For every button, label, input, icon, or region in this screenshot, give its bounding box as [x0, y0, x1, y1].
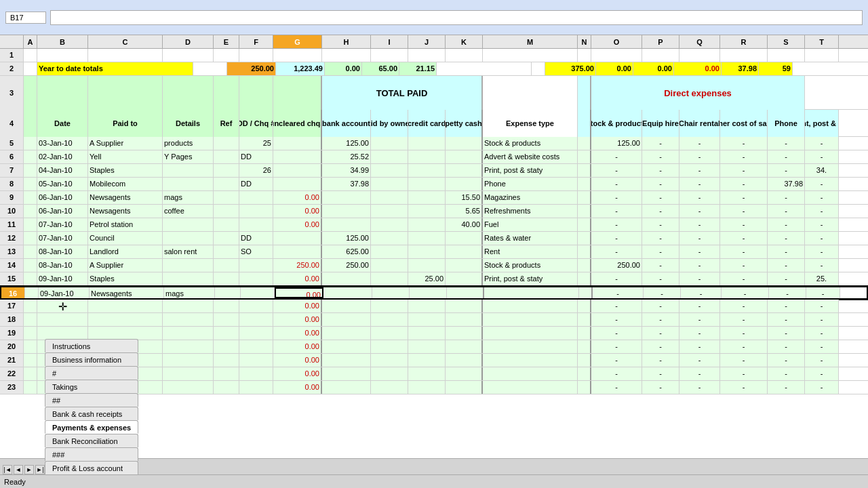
cell-p5[interactable]: -: [642, 137, 679, 150]
cell-m14[interactable]: Stock & products: [483, 259, 578, 272]
cell-e10[interactable]: [214, 205, 239, 218]
cell-i20[interactable]: [371, 340, 408, 353]
cell-j16[interactable]: [410, 287, 447, 298]
cell-a9[interactable]: [24, 191, 37, 204]
cell-n11[interactable]: [578, 218, 591, 231]
cell-n14[interactable]: [578, 259, 591, 272]
col-header-n[interactable]: N: [578, 35, 591, 48]
cell-i16[interactable]: [372, 287, 410, 298]
cell-i2[interactable]: 0.00: [325, 62, 362, 75]
cell-m23[interactable]: [483, 381, 578, 394]
cell-s16[interactable]: -: [769, 287, 806, 298]
cell-m18[interactable]: [483, 313, 578, 326]
cell-e19[interactable]: [214, 327, 239, 340]
cell-f22[interactable]: [239, 367, 273, 380]
cell-k9[interactable]: 15.50: [446, 191, 483, 204]
cell-b6[interactable]: 02-Jan-10: [37, 150, 88, 163]
cell-f10[interactable]: [239, 205, 273, 218]
cell-f3[interactable]: [239, 76, 273, 110]
cell-h10[interactable]: [322, 205, 371, 218]
cell-h19[interactable]: [322, 327, 371, 340]
cell-o22[interactable]: -: [591, 367, 642, 380]
col-header-k[interactable]: K: [446, 35, 483, 48]
cell-n21[interactable]: [578, 354, 591, 367]
cell-c3[interactable]: [88, 76, 163, 110]
cell-s20[interactable]: -: [768, 340, 805, 353]
cell-s4[interactable]: Phone: [768, 110, 805, 137]
cell-a18[interactable]: [24, 313, 37, 326]
cell-m1[interactable]: [483, 49, 578, 62]
col-header-s[interactable]: S: [768, 35, 805, 48]
cell-k17[interactable]: [446, 300, 483, 312]
cell-e14[interactable]: [214, 259, 239, 272]
cell-h22[interactable]: [322, 367, 371, 380]
cell-j7[interactable]: [408, 164, 446, 177]
cell-d7[interactable]: [163, 164, 214, 177]
cell-i13[interactable]: [371, 245, 408, 258]
cell-e1[interactable]: [214, 49, 239, 62]
cell-f23[interactable]: [239, 381, 273, 394]
cell-o1[interactable]: [591, 49, 642, 62]
col-header-f[interactable]: F: [239, 35, 273, 48]
cell-t14[interactable]: -: [805, 259, 839, 272]
cell-s23[interactable]: -: [768, 381, 805, 394]
col-header-i[interactable]: I: [371, 35, 408, 48]
cell-s22[interactable]: -: [768, 367, 805, 380]
cell-p8[interactable]: -: [642, 178, 679, 190]
cell-f21[interactable]: [239, 354, 273, 367]
cell-n2[interactable]: [532, 62, 545, 75]
cell-m9[interactable]: Magazines: [483, 191, 578, 204]
cell-b1[interactable]: [37, 49, 88, 62]
cell-m19[interactable]: [483, 327, 578, 340]
cell-s5[interactable]: -: [768, 137, 805, 150]
cell-e4[interactable]: Ref: [214, 110, 239, 137]
tab-bank---cash-receipts[interactable]: Bank & cash receipts: [45, 407, 138, 420]
cell-a11[interactable]: [24, 218, 37, 231]
cell-i1[interactable]: [371, 49, 408, 62]
cell-f6[interactable]: DD: [239, 150, 273, 163]
cell-e15[interactable]: [214, 272, 239, 285]
cell-k22[interactable]: [446, 367, 483, 380]
cell-h12[interactable]: 125.00: [322, 232, 371, 245]
cell-m2[interactable]: [437, 62, 532, 75]
cell-b4[interactable]: Date: [37, 110, 88, 137]
tab-profit---loss-account[interactable]: Profit & Loss account: [45, 461, 138, 474]
cell-h23[interactable]: [322, 381, 371, 394]
cell-m20[interactable]: [483, 340, 578, 353]
cell-f15[interactable]: [239, 272, 273, 285]
cell-g20[interactable]: 0.00: [273, 340, 322, 353]
cell-h11[interactable]: [322, 218, 371, 231]
cell-k10[interactable]: 5.65: [446, 205, 483, 218]
cell-e23[interactable]: [214, 381, 239, 394]
cell-q1[interactable]: [679, 49, 720, 62]
cell-k5[interactable]: [446, 137, 483, 150]
cell-i19[interactable]: [371, 327, 408, 340]
tab---[interactable]: ##: [45, 393, 138, 407]
cell-f4[interactable]: DD / Chq #: [239, 110, 273, 137]
cell-p2[interactable]: 0.00: [596, 62, 633, 75]
cell-g8[interactable]: [273, 178, 322, 190]
cell-c14[interactable]: A Supplier: [88, 259, 163, 272]
tab-instructions[interactable]: Instructions: [45, 339, 138, 352]
cell-k6[interactable]: [446, 150, 483, 163]
cell-o16[interactable]: -: [593, 287, 644, 298]
next-sheet-button[interactable]: ►: [24, 465, 34, 474]
cell-d12[interactable]: [163, 232, 214, 245]
cell-s13[interactable]: -: [768, 245, 805, 258]
cell-q21[interactable]: -: [679, 354, 720, 367]
cell-b18[interactable]: [37, 313, 88, 326]
cell-f12[interactable]: DD: [239, 232, 273, 245]
cell-f7[interactable]: 26: [239, 164, 273, 177]
cell-d11[interactable]: [163, 218, 214, 231]
cell-a20[interactable]: [24, 340, 37, 353]
col-header-h[interactable]: H: [322, 35, 371, 48]
cell-o17[interactable]: -: [591, 300, 642, 312]
cell-a4[interactable]: [24, 110, 37, 137]
cell-i9[interactable]: [371, 191, 408, 204]
cell-q15[interactable]: -: [679, 272, 720, 285]
cell-k14[interactable]: [446, 259, 483, 272]
cell-g6[interactable]: [273, 150, 322, 163]
cell-p7[interactable]: -: [642, 164, 679, 177]
cell-k4[interactable]: petty cash: [446, 110, 483, 137]
prev-sheet-button[interactable]: ◄: [14, 465, 23, 474]
